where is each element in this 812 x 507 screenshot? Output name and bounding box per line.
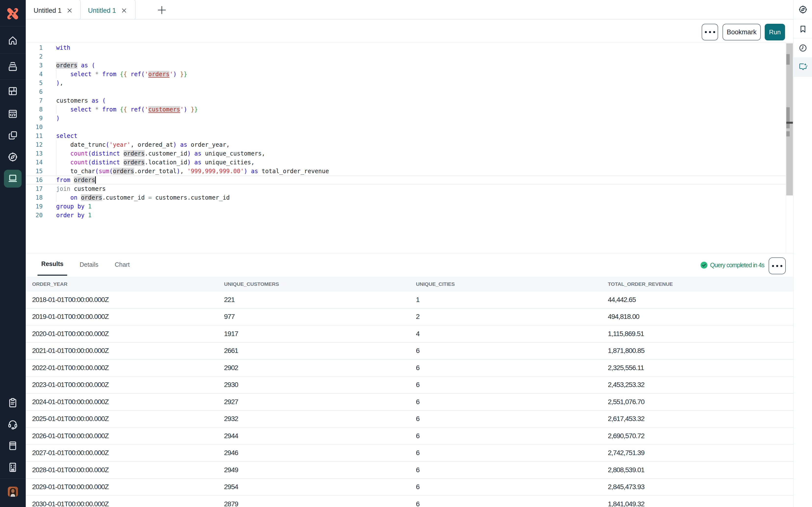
table-row[interactable]: 2030-01-01T00:00:00.000Z287961,841,049.3… [26, 496, 793, 507]
line-number: 18 [26, 193, 43, 202]
home-icon[interactable] [7, 35, 18, 46]
table-cell: 2,617,453.32 [601, 415, 793, 423]
tab-untitled-1-2[interactable]: Untitled 1 [79, 0, 134, 19]
table-cell: 4 [410, 330, 602, 338]
bookmark-icon[interactable] [799, 25, 807, 34]
code-line: with [56, 43, 329, 52]
code-line: ), [56, 78, 329, 88]
table-cell: 1 [410, 296, 602, 304]
book-icon[interactable] [7, 440, 18, 451]
scrollbar-annotation [786, 124, 790, 128]
column-header[interactable]: TOTAL_ORDER_REVENUE [601, 281, 793, 287]
close-icon[interactable] [121, 8, 127, 13]
tab-chart-label: Chart [115, 261, 130, 268]
table-row[interactable]: 2023-01-01T00:00:00.000Z293062,453,253.3… [26, 377, 793, 394]
table-cell: 6 [410, 415, 602, 423]
rail-divider [794, 38, 812, 39]
table-row[interactable]: 2022-01-01T00:00:00.000Z290262,325,556.1… [26, 359, 793, 377]
scrollbar-cursor-marker [786, 122, 793, 124]
editor-toolbar: Bookmark Run [26, 19, 793, 43]
user-avatar[interactable] [8, 487, 18, 497]
table-row[interactable]: 2026-01-01T00:00:00.000Z294462,690,570.7… [26, 428, 793, 445]
history-clock-icon[interactable] [798, 43, 808, 53]
column-header[interactable]: ORDER_YEAR [26, 281, 218, 287]
table-cell: 2,325,556.11 [601, 364, 793, 372]
scrollbar-track[interactable] [786, 43, 793, 195]
ellipsis-icon [772, 265, 782, 267]
tab-results[interactable]: Results [38, 253, 67, 276]
tab-details[interactable]: Details [74, 253, 104, 276]
sidebar-divider [0, 26, 26, 26]
inbox-stack-icon[interactable] [7, 61, 18, 72]
headset-icon[interactable] [7, 419, 18, 430]
compass-icon[interactable] [798, 5, 808, 14]
code-line: join customers [56, 184, 329, 193]
table-row[interactable]: 2018-01-01T00:00:00.000Z221144,442.65 [26, 291, 793, 308]
table-cell: 2879 [218, 500, 410, 507]
new-tab-button[interactable] [157, 5, 166, 15]
query-status-text: Query completed in 4s [710, 262, 764, 269]
table-cell: 2 [410, 313, 602, 321]
code-editor-icon[interactable] [7, 108, 18, 119]
more-options-button[interactable] [702, 24, 718, 41]
copy-windows-icon[interactable] [7, 130, 18, 141]
compass-icon[interactable] [7, 151, 18, 163]
table-cell: 2902 [218, 364, 410, 372]
sql-editor[interactable]: 1234567891011121314151617181920 withorde… [26, 43, 793, 253]
run-button[interactable]: Run [765, 24, 785, 41]
table-row[interactable]: 2025-01-01T00:00:00.000Z293262,617,453.3… [26, 411, 793, 428]
line-number: 17 [26, 184, 43, 193]
table-row[interactable]: 2019-01-01T00:00:00.000Z9772494,818.00 [26, 308, 793, 326]
table-cell: 2029-01-01T00:00:00.000Z [26, 483, 218, 491]
table-cell: 2030-01-01T00:00:00.000Z [26, 500, 218, 507]
table-cell: 2027-01-01T00:00:00.000Z [26, 449, 218, 457]
line-number: 3 [26, 61, 43, 70]
line-number: 6 [26, 88, 43, 96]
sidebar-item-editor-active[interactable] [4, 170, 21, 188]
column-header[interactable]: UNIQUE_CUSTOMERS [218, 281, 410, 287]
code-line: group by 1 [56, 202, 329, 211]
table-cell: 2954 [218, 483, 410, 491]
scrollbar-annotation [786, 54, 790, 65]
results-more-button[interactable] [769, 258, 786, 274]
code-line: on orders.customer_id = customers.custom… [56, 193, 329, 202]
code-line: customers as ( [56, 96, 329, 105]
table-row[interactable]: 2028-01-01T00:00:00.000Z294962,808,539.0… [26, 462, 793, 479]
table-row[interactable]: 2029-01-01T00:00:00.000Z295462,845,473.9… [26, 479, 793, 496]
table-cell: 2661 [218, 347, 410, 355]
table-row[interactable]: 2027-01-01T00:00:00.000Z294662,742,751.3… [26, 445, 793, 462]
editor-scrollbar[interactable] [786, 43, 793, 253]
close-icon[interactable] [67, 8, 72, 13]
line-number: 12 [26, 140, 43, 149]
table-cell: 1,115,869.51 [601, 330, 793, 338]
table-cell: 2018-01-01T00:00:00.000Z [26, 296, 218, 304]
code-line: count(distinct orders.customer_id) as un… [56, 149, 329, 158]
table-row[interactable]: 2021-01-01T00:00:00.000Z266161,871,800.8… [26, 343, 793, 360]
check-circle-icon [701, 262, 708, 269]
table-row[interactable]: 2024-01-01T00:00:00.000Z292762,551,076.7… [26, 394, 793, 411]
line-number: 20 [26, 211, 43, 220]
clipboard-icon[interactable] [7, 397, 18, 408]
code-content[interactable]: withorders as ( select * from {{ ref('or… [56, 43, 329, 220]
tab-chart[interactable]: Chart [109, 253, 135, 276]
table-cell: 6 [410, 500, 602, 507]
ai-chat-tile[interactable] [794, 57, 812, 76]
table-row[interactable]: 2020-01-01T00:00:00.000Z191741,115,869.5… [26, 326, 793, 343]
line-number: 2 [26, 52, 43, 61]
table-cell: 1,841,049.32 [601, 500, 793, 507]
tab-results-label: Results [41, 260, 63, 268]
bookmark-button[interactable]: Bookmark [722, 24, 761, 41]
tab-separator [133, 0, 138, 19]
line-number: 16 [26, 176, 43, 184]
code-line [56, 88, 329, 96]
table-cell: 977 [218, 313, 410, 321]
tab-untitled-1[interactable]: Untitled 1 [26, 0, 79, 19]
table-body: 2018-01-01T00:00:00.000Z221144,442.65201… [26, 291, 793, 507]
left-sidebar [0, 0, 26, 507]
building-icon[interactable] [7, 462, 18, 473]
column-header[interactable]: UNIQUE_CITIES [410, 281, 602, 287]
rail-divider [794, 76, 812, 77]
paradime-logo[interactable] [7, 8, 19, 20]
ai-chat-icon [798, 62, 808, 72]
dashboard-grid-icon[interactable] [7, 86, 18, 97]
